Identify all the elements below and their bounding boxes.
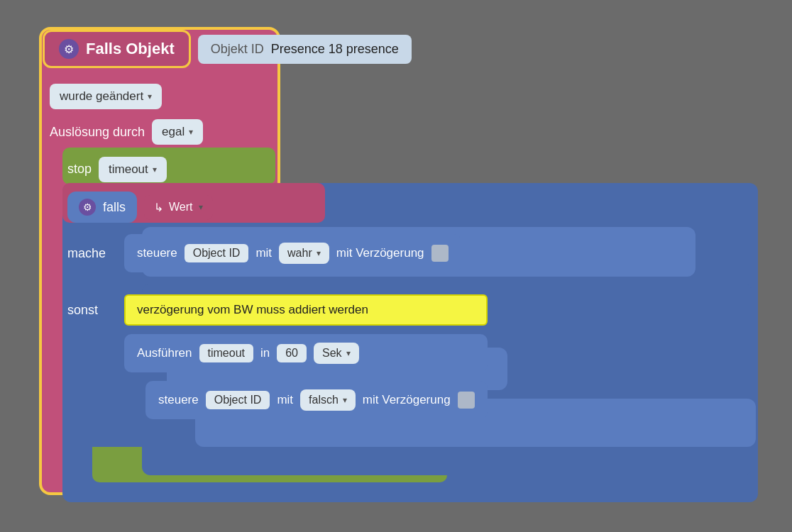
falls-block[interactable]: ⚙ falls (67, 192, 137, 223)
header-row: ⚙ Falls Objekt Objekt ID Presence 18 pre… (43, 30, 412, 68)
falsch-label: falsch (309, 394, 339, 406)
sonst-content: verzögerung vom BW muss addiert werden A… (124, 294, 488, 419)
steuere-label-mache: steuere (137, 246, 177, 260)
wahr-dropdown[interactable]: wahr ▾ (279, 243, 329, 264)
mache-label: mache (67, 246, 117, 261)
mit-verzogerung-mache: mit Verzögerung (336, 246, 424, 260)
delay-box-sonst (458, 392, 475, 409)
wert-badge[interactable]: ↳ Wert ▾ (144, 195, 212, 220)
canvas: ⚙ Falls Objekt Objekt ID Presence 18 pre… (0, 0, 792, 532)
gear-icon-header: ⚙ (59, 39, 79, 59)
auslosung-row: Auslösung durch egal ▾ (50, 119, 203, 145)
timeout-label: timeout (109, 162, 148, 177)
auslosung-label: Auslösung durch (50, 125, 145, 140)
wurde-geandert-label: wurde geändert (60, 89, 143, 104)
falsch-dropdown[interactable]: falsch ▾ (300, 389, 356, 411)
falls-objekt-title: Falls Objekt (86, 40, 175, 58)
objekt-id-value: Presence 18 presence (271, 42, 399, 57)
mache-row: mache steuere Object ID mit wahr ▾ mit V… (67, 234, 461, 272)
comment-block: verzögerung vom BW muss addiert werden (124, 294, 488, 326)
ausfuhren-block[interactable]: Ausführen timeout in 60 Sek ▾ (124, 334, 488, 372)
wurde-geandert-row: wurde geändert ▾ (50, 84, 162, 109)
wahr-arrow: ▾ (317, 248, 321, 258)
sek-arrow: ▾ (346, 348, 351, 358)
sek-dropdown[interactable]: Sek ▾ (314, 343, 359, 364)
sonst-label: sonst (67, 294, 117, 318)
egal-arrow: ▾ (189, 127, 193, 137)
objekt-id-label: Objekt ID (211, 42, 264, 57)
gear-icon-falls: ⚙ (79, 199, 96, 216)
falls-text: falls (103, 200, 126, 215)
falsch-arrow: ▾ (343, 395, 347, 405)
object-id-tag-mache: Object ID (185, 244, 249, 262)
wahr-label: wahr (287, 247, 312, 260)
mache-steuere-block[interactable]: steuere Object ID mit wahr ▾ mit Verzöge… (124, 234, 461, 272)
arrow-label: ↳ (154, 201, 163, 214)
wert-arrow: ▾ (199, 202, 203, 212)
sonst-row: sonst verzögerung vom BW muss addiert we… (67, 294, 488, 419)
timeout-dropdown[interactable]: timeout ▾ (99, 157, 167, 182)
wert-label: Wert (169, 201, 192, 214)
in-label: in (260, 346, 270, 360)
wurde-geandert-arrow: ▾ (148, 92, 152, 101)
mit-label-sonst: mit (277, 393, 293, 407)
number-tag: 60 (277, 344, 307, 362)
falls-row: ⚙ falls ↳ Wert ▾ (67, 192, 213, 223)
wurde-geandert-dropdown[interactable]: wurde geändert ▾ (50, 84, 162, 109)
object-id-tag-sonst: Object ID (206, 391, 270, 409)
sek-label: Sek (322, 347, 342, 360)
objekt-id-badge: Objekt ID Presence 18 presence (198, 35, 412, 64)
stop-timeout-row: stop timeout ▾ (67, 155, 167, 184)
comment-text: verzögerung vom BW muss addiert werden (137, 303, 368, 316)
egal-label: egal (162, 125, 185, 139)
egal-dropdown[interactable]: egal ▾ (152, 119, 203, 145)
falls-objekt-block[interactable]: ⚙ Falls Objekt (43, 30, 191, 68)
timeout-tag-sonst: timeout (199, 344, 253, 362)
stop-text: stop (67, 155, 92, 184)
mit-label-mache: mit (255, 246, 272, 260)
delay-box-mache (431, 245, 449, 262)
steuere-falsch-row[interactable]: steuere Object ID mit falsch ▾ mit Verzö… (145, 381, 488, 419)
steuere-label-sonst: steuere (158, 393, 199, 407)
ausfuhren-label: Ausführen (137, 346, 192, 360)
timeout-arrow: ▾ (153, 165, 157, 174)
mit-verzogerung-sonst: mit Verzögerung (363, 393, 451, 407)
